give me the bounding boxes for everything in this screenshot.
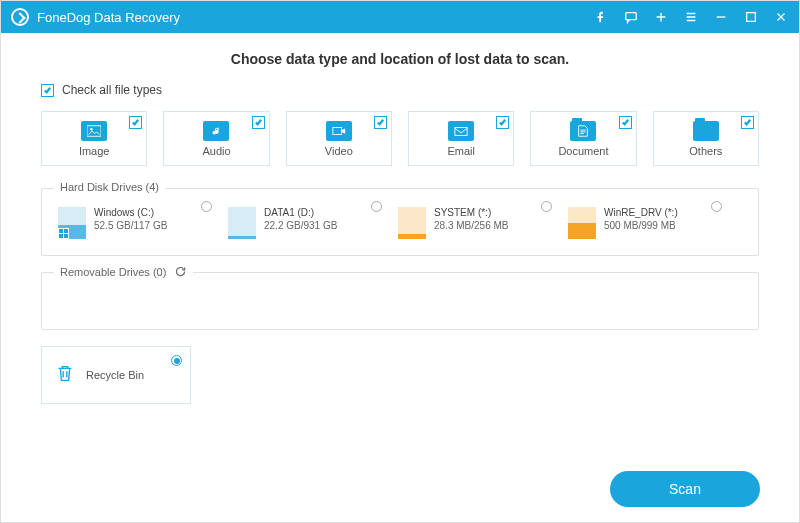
titlebar-controls <box>593 9 789 25</box>
plus-icon[interactable] <box>653 9 669 25</box>
type-checkbox[interactable] <box>129 116 142 129</box>
type-card-audio[interactable]: Audio <box>163 111 269 166</box>
drive-info: WinRE_DRV (*:) 500 MB/999 MB <box>604 207 678 239</box>
drive-icon <box>398 207 426 239</box>
menu-icon[interactable] <box>683 9 699 25</box>
drive-info: DATA1 (D:) 22.2 GB/931 GB <box>264 207 337 239</box>
recycle-row: Recycle Bin <box>41 346 759 404</box>
hdd-title: Hard Disk Drives (4) <box>54 181 165 193</box>
email-icon <box>448 121 474 141</box>
drive-radio[interactable] <box>371 201 382 212</box>
hdd-drives: Windows (C:) 52.5 GB/117 GB DATA1 (D:) 2… <box>58 203 742 243</box>
drive-name: WinRE_DRV (*:) <box>604 207 678 218</box>
type-checkbox[interactable] <box>741 116 754 129</box>
drive-item[interactable]: DATA1 (D:) 22.2 GB/931 GB <box>228 203 388 243</box>
type-label: Others <box>689 145 722 157</box>
svg-point-3 <box>90 127 93 130</box>
type-card-video[interactable]: Video <box>286 111 392 166</box>
type-label: Audio <box>202 145 230 157</box>
others-icon <box>693 121 719 141</box>
image-icon <box>81 121 107 141</box>
drive-item[interactable]: SYSTEM (*:) 28.3 MB/256 MB <box>398 203 558 243</box>
type-label: Video <box>325 145 353 157</box>
drive-icon <box>58 207 86 239</box>
check-all-row[interactable]: Check all file types <box>41 83 759 97</box>
drive-radio[interactable] <box>711 201 722 212</box>
type-label: Email <box>447 145 475 157</box>
type-checkbox[interactable] <box>619 116 632 129</box>
page-heading: Choose data type and location of lost da… <box>41 51 759 67</box>
removable-section: Removable Drives (0) <box>41 272 759 330</box>
type-label: Image <box>79 145 110 157</box>
drive-size: 52.5 GB/117 GB <box>94 220 167 231</box>
maximize-icon[interactable] <box>743 9 759 25</box>
drive-name: SYSTEM (*:) <box>434 207 508 218</box>
drive-size: 28.3 MB/256 MB <box>434 220 508 231</box>
drive-size: 22.2 GB/931 GB <box>264 220 337 231</box>
drive-info: Windows (C:) 52.5 GB/117 GB <box>94 207 167 239</box>
svg-rect-1 <box>747 13 756 22</box>
app-logo: FoneDog Data Recovery <box>11 8 180 26</box>
drive-radio[interactable] <box>201 201 212 212</box>
type-checkbox[interactable] <box>252 116 265 129</box>
type-card-others[interactable]: Others <box>653 111 759 166</box>
type-card-image[interactable]: Image <box>41 111 147 166</box>
type-checkbox[interactable] <box>374 116 387 129</box>
hdd-section: Hard Disk Drives (4) Windows (C:) 52.5 G… <box>41 188 759 256</box>
check-all-checkbox[interactable] <box>41 84 54 97</box>
type-card-document[interactable]: Document <box>530 111 636 166</box>
type-card-email[interactable]: Email <box>408 111 514 166</box>
close-icon[interactable] <box>773 9 789 25</box>
feedback-icon[interactable] <box>623 9 639 25</box>
drive-icon <box>568 207 596 239</box>
drive-item[interactable]: Windows (C:) 52.5 GB/117 GB <box>58 203 218 243</box>
removable-title: Removable Drives (0) <box>54 265 193 278</box>
logo-icon <box>11 8 29 26</box>
drive-item[interactable]: WinRE_DRV (*:) 500 MB/999 MB <box>568 203 728 243</box>
recycle-bin-card[interactable]: Recycle Bin <box>41 346 191 404</box>
audio-icon <box>203 121 229 141</box>
drive-icon <box>228 207 256 239</box>
svg-rect-5 <box>455 127 467 135</box>
app-title: FoneDog Data Recovery <box>37 10 180 25</box>
drive-name: DATA1 (D:) <box>264 207 337 218</box>
svg-rect-4 <box>333 127 342 134</box>
minimize-icon[interactable] <box>713 9 729 25</box>
refresh-icon[interactable] <box>174 265 187 278</box>
check-all-label: Check all file types <box>62 83 162 97</box>
trash-icon <box>54 361 76 389</box>
main-content: Choose data type and location of lost da… <box>1 33 799 414</box>
svg-rect-0 <box>626 13 637 20</box>
titlebar: FoneDog Data Recovery <box>1 1 799 33</box>
video-icon <box>326 121 352 141</box>
recycle-radio[interactable] <box>171 355 182 366</box>
windows-badge-icon <box>58 228 69 239</box>
recycle-label: Recycle Bin <box>86 369 144 381</box>
drive-radio[interactable] <box>541 201 552 212</box>
drive-info: SYSTEM (*:) 28.3 MB/256 MB <box>434 207 508 239</box>
scan-button[interactable]: Scan <box>610 471 760 507</box>
facebook-icon[interactable] <box>593 9 609 25</box>
drive-name: Windows (C:) <box>94 207 167 218</box>
type-checkbox[interactable] <box>496 116 509 129</box>
removable-title-text: Removable Drives (0) <box>60 266 166 278</box>
file-type-grid: Image Audio Video Email Document Others <box>41 111 759 166</box>
type-label: Document <box>558 145 608 157</box>
document-icon <box>570 121 596 141</box>
drive-size: 500 MB/999 MB <box>604 220 678 231</box>
